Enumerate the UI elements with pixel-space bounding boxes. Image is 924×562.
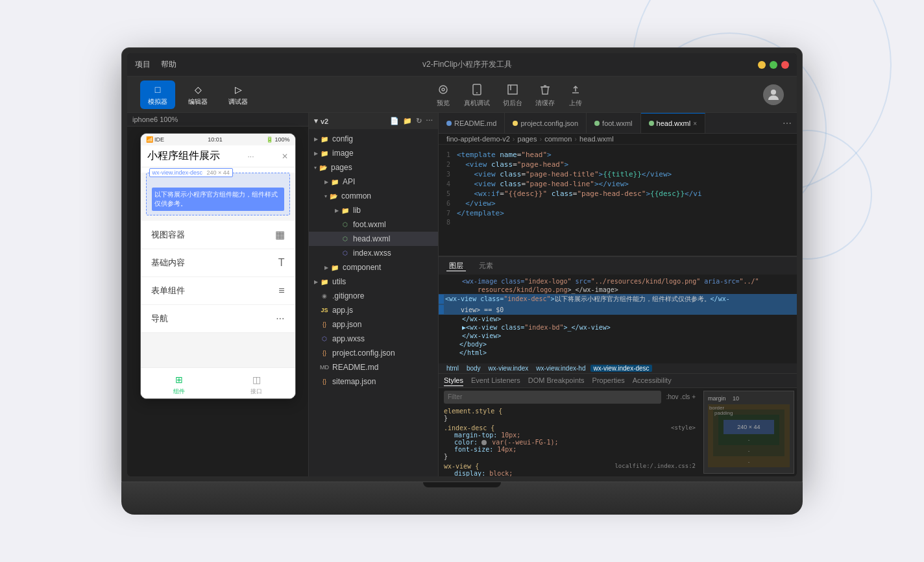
margin-value: 10 [733,395,739,402]
elem-body[interactable]: body [464,365,483,372]
elem-wx-view-index-desc[interactable]: wx-view.index-desc [590,365,651,372]
more-tabs-icon[interactable]: ⋯ [777,118,797,128]
real-device-tool[interactable]: 真机调试 [464,82,490,108]
phone-content: wx-view.index-desc 240 × 44 以下将展示小程序官方组件… [141,173,295,367]
code-area[interactable]: 1 <template name="head"> 2 <view class="… [439,145,797,256]
nav-item-api[interactable]: ◫ 接口 [218,368,295,398]
collapse-icon[interactable]: ⋯ [426,117,433,125]
box-model-title: margin 10 [708,395,790,402]
minimize-button[interactable] [758,61,766,69]
maximize-button[interactable] [770,61,777,69]
event-listeners-tab[interactable]: Event Listeners [471,375,520,386]
line-content: <wx:if="{{desc}}" class="page-head-desc"… [457,189,702,198]
simulate-button[interactable]: □ 模拟器 [140,80,175,109]
menu-label-0: 视图容器 [151,229,185,241]
tab-dot [649,121,654,126]
debug-button[interactable]: ▷ 调试器 [221,80,256,109]
menu-label-3: 导航 [151,313,168,324]
menu-icon-1: T [278,257,285,269]
file-lib[interactable]: ▶ 📁 lib [309,203,438,217]
battery-text: 🔋 100% [266,136,290,143]
tab-close-icon[interactable]: × [693,120,697,127]
laptop-screen: 项目 帮助 v2-FinClip小程序开发工具 □ [127,53,797,476]
close-button[interactable] [781,61,789,69]
line-number: 6 [439,200,457,207]
file-app-json[interactable]: {} app.json [309,317,438,332]
menu-item-project[interactable]: 项目 [135,59,151,70]
file-head-wxml[interactable]: ⬡ head.wxml [309,232,438,246]
file-gitignore[interactable]: ◉ .gitignore [309,289,438,303]
tab-dot [594,121,600,126]
menu-item-3[interactable]: 导航 ··· [141,305,295,333]
editor-button[interactable]: ◇ 编辑器 [180,80,215,109]
folder-icon: 📁 [330,262,340,273]
elem-html[interactable]: html [444,365,461,372]
tab-project-config[interactable]: project.config.json [505,113,587,133]
css-selector: wx-view { localfile:/.index.css:2 [444,463,696,470]
file-api[interactable]: ▶ 📁 API [309,175,438,189]
new-file-icon[interactable]: 📄 [390,117,399,125]
file-tree: ▶ 📁 config ▶ 📁 image [309,129,438,476]
menu-item-1[interactable]: 基础内容 T [141,249,295,277]
debug-label: 调试器 [228,97,248,106]
tab-readme[interactable]: README.md [439,113,505,133]
filter-pseudo[interactable]: :hov .cls + [666,393,696,400]
phone-frame: 📶 IDE 10:01 🔋 100% 小程序组件展示 ··· ✕ [127,127,308,476]
file-image[interactable]: ▶ 📁 image [309,146,438,160]
phone-close-icon[interactable]: ✕ [282,152,288,161]
file-readme[interactable]: MD README.md [309,360,438,374]
panel-tab-console[interactable]: 元素 [476,261,496,271]
file-pages[interactable]: ▾ 📂 pages [309,160,438,175]
file-config[interactable]: ▶ 📁 config [309,132,438,146]
debug-icon: ▷ [232,83,245,96]
styles-tab[interactable]: Styles [444,375,463,386]
panel-tab-elements[interactable]: 图层 [446,261,466,271]
file-common[interactable]: ▾ 📂 common [309,189,438,203]
dom-breakpoints-tab[interactable]: DOM Breakpoints [528,375,585,386]
preview-tool[interactable]: 预览 [435,82,451,108]
css-prop-fontsize: font-size: 14px; [444,446,696,453]
nav-item-component[interactable]: ⊞ 组件 [141,368,218,398]
file-utils[interactable]: ▶ 📁 utils [309,275,438,289]
upload-tool[interactable]: 上传 [568,82,583,108]
user-avatar[interactable] [763,84,784,105]
tab-foot-wxml[interactable]: foot.wxml [587,113,640,133]
file-foot-wxml[interactable]: ⬡ foot.wxml [309,217,438,232]
file-name: app.wxss [332,334,365,343]
box-padding: 240 × 44 - [718,415,779,445]
file-name: sitemap.json [332,377,376,386]
element-size: 240 × 44 [207,169,230,176]
code-line-7: 7 </template> [439,208,797,218]
file-component[interactable]: ▶ 📁 component [309,260,438,275]
filter-input[interactable] [444,391,661,404]
clear-label: 清缓存 [535,99,555,108]
root-chevron: ▾ [314,117,318,125]
file-app-wxss[interactable]: ⬡ app.wxss [309,332,438,346]
accessibility-tab[interactable]: Accessibility [633,375,672,386]
upload-icon [568,82,583,97]
elem-wx-view-index[interactable]: wx-view.index [486,365,531,372]
file-name: config [332,134,353,143]
menu-item-2[interactable]: 表单组件 ≡ [141,277,295,305]
cut-tool[interactable]: 切后台 [503,82,522,108]
file-app-js[interactable]: JS app.js [309,303,438,317]
html-code-area[interactable]: <wx-image class="index-logo" src="../res… [439,275,797,363]
phone-nav: ⊞ 组件 ◫ 接口 [141,367,295,398]
tab-head-wxml[interactable]: head.wxml × [641,113,705,133]
new-folder-icon[interactable]: 📁 [403,117,412,125]
line-number: 1 [439,151,457,158]
menu-item-help[interactable]: 帮助 [161,59,176,70]
file-sitemap[interactable]: {} sitemap.json [309,374,438,389]
file-index-wxss[interactable]: ⬡ index.wxss [309,246,438,260]
refresh-icon[interactable]: ↻ [416,117,422,125]
file-name: foot.wxml [353,220,386,229]
clear-tool[interactable]: 清缓存 [535,82,555,108]
menu-item-0[interactable]: 视图容器 ▦ [141,221,295,249]
cut-icon [505,82,520,97]
elem-wx-view-index-hd[interactable]: wx-view.index-hd [533,365,588,372]
file-project-config[interactable]: {} project.config.json [309,346,438,360]
phone-more-icon[interactable]: ··· [247,152,254,161]
line-number: 2 [439,161,457,168]
box-model: margin 10 border padding [703,391,794,474]
properties-tab[interactable]: Properties [592,375,625,386]
